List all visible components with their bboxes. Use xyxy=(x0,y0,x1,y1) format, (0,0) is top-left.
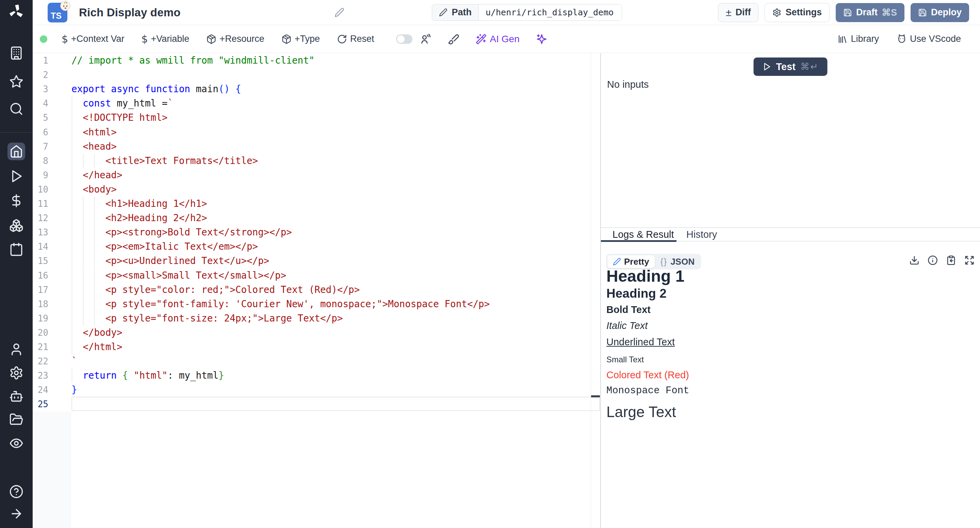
multiplayer-toggle[interactable] xyxy=(396,34,412,44)
rotate-icon xyxy=(337,34,347,44)
sidebar-item-star[interactable] xyxy=(9,75,24,89)
code-line: const my_html =` xyxy=(72,96,591,111)
code-line: <p style="font-family: 'Courier New', mo… xyxy=(72,297,591,311)
play-icon xyxy=(762,62,771,71)
toolbar-type-button[interactable]: +Type xyxy=(282,34,320,44)
sidebar xyxy=(0,0,33,528)
current-line-highlight xyxy=(72,397,600,411)
tab-logs-result[interactable]: Logs & Result xyxy=(612,228,674,241)
code-line: ` xyxy=(72,354,591,369)
diff-button[interactable]: ± Diff xyxy=(718,3,759,22)
result-section: Logs & Result History Pretty {} JSON Hea… xyxy=(601,227,980,528)
tab-history[interactable]: History xyxy=(686,228,717,241)
editor-scrollbar[interactable] xyxy=(591,53,600,528)
sidebar-item-bot[interactable] xyxy=(9,389,24,404)
edit-summary-pencil-icon[interactable] xyxy=(334,8,344,17)
settings-button[interactable]: Settings xyxy=(765,3,830,22)
code-line: // import * as wmill from "windmill-clie… xyxy=(72,53,591,68)
sidebar-item-calendar[interactable] xyxy=(9,242,24,256)
library-button[interactable]: Library xyxy=(837,34,879,44)
braces-icon: {} xyxy=(660,257,668,267)
code-line: </head> xyxy=(72,168,591,182)
toolbar-reset-button[interactable]: Reset xyxy=(337,34,374,44)
active-tab-underline xyxy=(601,240,676,242)
expand-icon[interactable] xyxy=(964,255,975,266)
typescript-badge: TS xyxy=(48,3,67,22)
dollar-icon: $ xyxy=(62,33,68,45)
code-line: return { "html": my_html} xyxy=(72,369,591,383)
test-button[interactable]: Test ⌘↵ xyxy=(753,57,827,76)
sidebar-item-arrow-right[interactable] xyxy=(9,507,24,521)
sidebar-item-user[interactable] xyxy=(9,342,24,356)
sidebar-item-play[interactable] xyxy=(9,169,24,183)
result-italic: Italic Text xyxy=(606,320,648,331)
code-line: <h1>Heading 1</h1> xyxy=(72,197,591,211)
code-line: <body> xyxy=(72,182,591,197)
save-icon xyxy=(843,8,852,17)
use-vscode-button[interactable]: Use VScode xyxy=(897,34,961,44)
sidebar-item-dollar-sign[interactable] xyxy=(9,194,24,208)
pencil-icon xyxy=(439,8,447,17)
cursor-overview-mark xyxy=(591,395,600,398)
code-line: <p><strong>Bold Text</strong></p> xyxy=(72,225,591,240)
result-red: Colored Text (Red) xyxy=(606,369,689,381)
library-icon xyxy=(837,34,848,44)
sidebar-item-search[interactable] xyxy=(9,102,24,116)
code-line: <title>Text Formats</title> xyxy=(72,154,591,168)
code-line: <head> xyxy=(72,140,591,154)
code-editor[interactable]: 1234567891011121314151617181920212223242… xyxy=(33,53,600,528)
editor-toolbar: $+Context Var$+Variable+Resource+TypeRes… xyxy=(33,25,980,53)
view-json-button[interactable]: {} JSON xyxy=(655,256,700,267)
sidebar-item-home[interactable] xyxy=(8,143,25,160)
result-underline: Underlined Text xyxy=(606,336,675,348)
panel-divider[interactable] xyxy=(600,53,601,528)
path-input[interactable]: u/henri/rich_display_demo xyxy=(479,5,622,21)
dollar-icon: $ xyxy=(141,33,148,45)
code-line: <h2>Heading 2</h2> xyxy=(72,211,591,225)
code-line xyxy=(72,68,591,82)
download-icon[interactable] xyxy=(909,255,920,266)
code-line: </html> xyxy=(72,340,591,354)
windmill-logo-icon[interactable] xyxy=(8,3,24,20)
sparkles-icon[interactable] xyxy=(536,33,547,45)
toolbar-contextvar-button[interactable]: $+Context Var xyxy=(62,33,124,45)
result-bold: Bold Text xyxy=(606,304,651,315)
sidebar-item-eye[interactable] xyxy=(9,436,24,450)
paintbrush-icon[interactable] xyxy=(448,33,460,45)
users-icon[interactable] xyxy=(420,33,431,45)
sidebar-item-folder-open[interactable] xyxy=(9,412,24,426)
sidebar-item-gear[interactable] xyxy=(9,366,24,380)
sidebar-item-boxes[interactable] xyxy=(9,218,24,233)
result-large: Large Text xyxy=(606,404,676,420)
deploy-button[interactable]: Deploy xyxy=(911,3,969,22)
result-small: Small Text xyxy=(606,355,644,364)
code-line: </body> xyxy=(72,326,591,340)
no-inputs-label: No inputs xyxy=(607,79,649,90)
toolbar-variable-button[interactable]: $+Variable xyxy=(141,33,189,45)
pen-icon xyxy=(613,258,621,266)
draft-button[interactable]: Draft ⌘S xyxy=(836,3,904,22)
code-line: } xyxy=(72,383,591,397)
result-h2: Heading 2 xyxy=(606,286,667,301)
path-group: Path u/henri/rich_display_demo xyxy=(432,4,622,21)
package-icon xyxy=(282,34,292,44)
plus-minus-icon: ± xyxy=(726,8,731,18)
sidebar-item-building[interactable] xyxy=(9,46,24,60)
ai-gen-button[interactable]: AI Gen xyxy=(476,34,520,45)
sidebar-item-help-circle[interactable] xyxy=(9,485,24,499)
code-line: <html> xyxy=(72,125,591,140)
result-h1: Heading 1 xyxy=(606,267,684,285)
clipboard-copy-icon[interactable] xyxy=(946,255,956,266)
view-pretty-button[interactable]: Pretty xyxy=(607,255,655,269)
path-edit-button[interactable]: Path xyxy=(432,5,479,21)
wand-icon xyxy=(476,34,487,45)
vscode-icon xyxy=(897,34,907,44)
code-line: <p style="font-size: 24px;">Large Text</… xyxy=(72,311,591,326)
sidebar-divider xyxy=(0,132,33,133)
info-icon[interactable] xyxy=(928,255,938,266)
draft-shortcut: ⌘S xyxy=(882,7,897,18)
result-tabs: Logs & Result History xyxy=(601,228,980,242)
toolbar-resource-button[interactable]: +Resource xyxy=(206,34,264,44)
code-line: <p><small>Small Text</small></p> xyxy=(72,269,591,283)
result-mono: Monospace Font xyxy=(606,385,689,396)
